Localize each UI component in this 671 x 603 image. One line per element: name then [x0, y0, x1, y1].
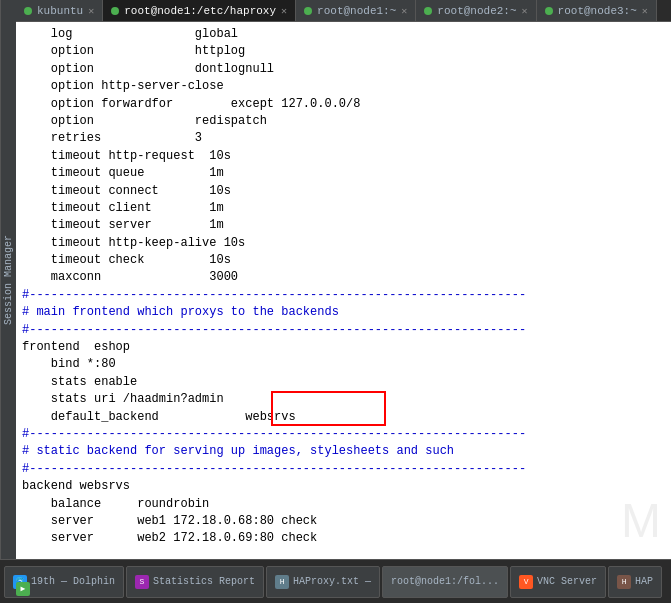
- tab-close-node1-haproxy[interactable]: ✕: [281, 5, 287, 17]
- terminal-line-20: bind *:80: [22, 356, 665, 373]
- terminal-line-21: stats enable: [22, 374, 665, 391]
- terminal-line-5: option redispatch: [22, 113, 665, 130]
- tab-close-node2-home[interactable]: ✕: [522, 5, 528, 17]
- terminal-area: log global option httplog option dontlog…: [16, 22, 671, 559]
- terminal-line-1: option httplog: [22, 43, 665, 60]
- tab-label-node1-haproxy: root@node1:/etc/haproxy: [124, 5, 276, 17]
- tab-node1-haproxy[interactable]: root@node1:/etc/haproxy ✕: [103, 0, 296, 21]
- tab-icon-node1-home: [304, 7, 312, 15]
- taskbar-item-haproxy[interactable]: H HAProxy.txt —: [266, 566, 380, 598]
- tab-close-node3-home[interactable]: ✕: [642, 5, 648, 17]
- session-manager-label: Session Manager: [3, 235, 14, 325]
- terminal-line-22: stats uri /haadmin?admin: [22, 391, 665, 408]
- terminal-line-12: timeout http-keep-alive 10s: [22, 235, 665, 252]
- taskbar-label-ha: HAP: [635, 576, 653, 587]
- tab-close-kubuntu[interactable]: ✕: [88, 5, 94, 17]
- session-manager-sidebar: Session Manager: [0, 0, 16, 560]
- terminal-icon: ▶: [16, 582, 30, 596]
- terminal-line-23: default_backend websrvs: [22, 409, 665, 426]
- terminal-line-19: frontend eshop: [22, 339, 665, 356]
- terminal-line-4: option forwardfor except 127.0.0.0/8: [22, 96, 665, 113]
- terminal-line-7: timeout http-request 10s: [22, 148, 665, 165]
- taskbar-label-terminal: root@node1:/fol...: [391, 576, 499, 587]
- taskbar-label-dolphin: 19th — Dolphin: [31, 576, 115, 587]
- tab-icon-node3-home: [545, 7, 553, 15]
- terminal-line-31: server web2 172.18.0.69:80 check: [22, 530, 665, 547]
- terminal-line-29: balance roundrobin: [22, 496, 665, 513]
- taskbar-item-ha[interactable]: H HAP: [608, 566, 662, 598]
- terminal-line-9: timeout connect 10s: [22, 183, 665, 200]
- terminal-line-0: log global: [22, 26, 665, 43]
- terminal-line-26: # static backend for serving up images, …: [22, 443, 665, 460]
- taskbar-label-haproxy: HAProxy.txt —: [293, 576, 371, 587]
- taskbar-label-stats: Statistics Report: [153, 576, 255, 587]
- terminal-line-14: maxconn 3000: [22, 269, 665, 286]
- terminal-line-6: retries 3: [22, 130, 665, 147]
- ha-icon: H: [617, 575, 631, 589]
- taskbar: 🐬 19th — Dolphin S Statistics Report H H…: [0, 559, 671, 603]
- tab-label-node2-home: root@node2:~: [437, 5, 516, 17]
- tab-bar: kubuntu ✕ root@node1:/etc/haproxy ✕ root…: [16, 0, 671, 22]
- terminal-line-2: option dontlognull: [22, 61, 665, 78]
- terminal-line-11: timeout server 1m: [22, 217, 665, 234]
- terminal-line-25: #---------------------------------------…: [22, 426, 665, 443]
- terminal-line-27: #---------------------------------------…: [22, 461, 665, 478]
- tab-label-kubuntu: kubuntu: [37, 5, 83, 17]
- tab-node3-home[interactable]: root@node3:~ ✕: [537, 0, 657, 21]
- terminal-line-13: timeout check 10s: [22, 252, 665, 269]
- stats-icon: S: [135, 575, 149, 589]
- terminal-line-28: backend websrvs: [22, 478, 665, 495]
- terminal-line-18: #---------------------------------------…: [22, 322, 665, 339]
- haproxy-icon: H: [275, 575, 289, 589]
- tab-label-node1-home: root@node1:~: [317, 5, 396, 17]
- taskbar-item-terminal[interactable]: ▶ root@node1:/fol...: [382, 566, 508, 598]
- terminal-line-30: server web1 172.18.0.68:80 check: [22, 513, 665, 530]
- tab-node2-home[interactable]: root@node2:~ ✕: [416, 0, 536, 21]
- terminal-line-8: timeout queue 1m: [22, 165, 665, 182]
- terminal-line-3: option http-server-close: [22, 78, 665, 95]
- terminal-line-10: timeout client 1m: [22, 200, 665, 217]
- tab-icon-kubuntu: [24, 7, 32, 15]
- tab-kubuntu[interactable]: kubuntu ✕: [16, 0, 103, 21]
- tab-icon-node1-haproxy: [111, 7, 119, 15]
- taskbar-item-stats[interactable]: S Statistics Report: [126, 566, 264, 598]
- taskbar-label-vnc: VNC Server: [537, 576, 597, 587]
- tab-icon-node2-home: [424, 7, 432, 15]
- tab-close-node1-home[interactable]: ✕: [401, 5, 407, 17]
- vnc-icon: V: [519, 575, 533, 589]
- tab-node1-home[interactable]: root@node1:~ ✕: [296, 0, 416, 21]
- taskbar-item-vnc[interactable]: V VNC Server: [510, 566, 606, 598]
- tab-label-node3-home: root@node3:~: [558, 5, 637, 17]
- terminal-line-17: # main frontend which proxys to the back…: [22, 304, 665, 321]
- terminal-line-16: #---------------------------------------…: [22, 287, 665, 304]
